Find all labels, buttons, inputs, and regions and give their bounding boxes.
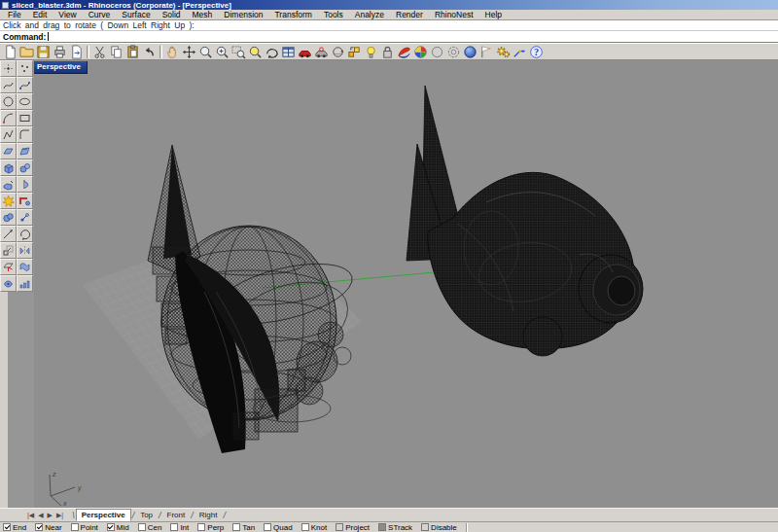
group-objects-button[interactable]: [17, 209, 33, 226]
ghosted-display-button[interactable]: [429, 44, 445, 59]
freeform-curve-button[interactable]: [0, 77, 17, 93]
zoom-dynamic-button[interactable]: [214, 44, 230, 59]
solid-box-button[interactable]: [0, 160, 17, 176]
point-cloud-button[interactable]: [17, 60, 33, 77]
viewport-layout-button[interactable]: [280, 44, 297, 59]
rotate-view-button[interactable]: [264, 44, 280, 59]
arc-tool-button[interactable]: [0, 110, 17, 126]
surface-from-curves-button[interactable]: [17, 143, 33, 160]
cplane-tool-button[interactable]: [0, 259, 17, 275]
osnap-cen[interactable]: Cen: [138, 523, 162, 532]
box-edit-button[interactable]: [346, 44, 363, 59]
new-file-button[interactable]: [2, 44, 18, 59]
menu-curve[interactable]: Curve: [83, 10, 117, 19]
explode-button[interactable]: [0, 193, 17, 209]
tab-right[interactable]: Right: [194, 509, 223, 521]
osnap-project[interactable]: Project: [336, 523, 370, 532]
menu-rhinonest[interactable]: RhinoNest: [429, 10, 479, 19]
osnap-point[interactable]: Point: [71, 523, 98, 532]
circle-tool-button[interactable]: [0, 93, 17, 110]
tab-top[interactable]: Top: [135, 509, 158, 521]
zoom-window-button[interactable]: [230, 44, 247, 59]
tab-next-button[interactable]: ▶: [48, 510, 53, 521]
tab-front[interactable]: Front: [162, 509, 191, 521]
osnap-perp[interactable]: Perp: [197, 523, 224, 532]
osnap-disable[interactable]: Disable: [421, 523, 457, 532]
zoom-extents-button[interactable]: [247, 44, 264, 59]
osnap-strack[interactable]: STrack: [378, 523, 412, 532]
menu-file[interactable]: File: [2, 10, 27, 19]
menu-dimension[interactable]: Dimension: [218, 10, 268, 19]
options-button[interactable]: [495, 44, 512, 59]
tab-prev-button[interactable]: ◀: [38, 510, 43, 521]
render-flag-button[interactable]: [478, 44, 495, 59]
corner-curve-button[interactable]: [17, 126, 33, 143]
osnap-end[interactable]: End: [3, 523, 26, 532]
orbit-view-button[interactable]: [330, 44, 346, 59]
wireframe-object-right[interactable]: [407, 86, 643, 356]
command-line[interactable]: Command:: [0, 31, 778, 43]
extrude-solid-button[interactable]: [0, 176, 17, 193]
fillet-pipe-button[interactable]: [17, 193, 33, 209]
xray-display-button[interactable]: [445, 44, 462, 59]
cut-button[interactable]: [91, 44, 108, 59]
help-button[interactable]: ?: [528, 44, 545, 59]
set-view-button[interactable]: [313, 44, 330, 59]
heightfield-button[interactable]: [17, 275, 33, 292]
pan-view-button[interactable]: [164, 44, 181, 59]
layer-lamp-button[interactable]: [363, 44, 379, 59]
menu-help[interactable]: Help: [479, 10, 508, 19]
menu-mesh[interactable]: Mesh: [187, 10, 219, 19]
osnap-knot[interactable]: Knot: [301, 523, 327, 532]
menu-edit[interactable]: Edit: [27, 10, 53, 19]
solid-spheres-button[interactable]: [17, 160, 33, 176]
menu-surface[interactable]: Surface: [116, 10, 156, 19]
move-tool-button[interactable]: [0, 226, 17, 242]
boolean-union-button[interactable]: [0, 209, 17, 226]
osnap-mid[interactable]: Mid: [107, 523, 129, 532]
save-file-button[interactable]: [35, 44, 52, 59]
osnap-near[interactable]: Near: [35, 523, 61, 532]
menu-tools[interactable]: Tools: [318, 10, 349, 19]
zoom-button[interactable]: [197, 44, 214, 59]
export-button[interactable]: [68, 44, 85, 59]
ellipse-tool-button[interactable]: [17, 93, 33, 110]
paste-button[interactable]: [124, 44, 141, 59]
tab-perspective[interactable]: Perspective: [76, 509, 131, 521]
move-view-button[interactable]: [181, 44, 197, 59]
rectangle-tool-button[interactable]: [17, 110, 33, 126]
menu-analyze[interactable]: Analyze: [349, 10, 390, 19]
rotate-tool-button[interactable]: [17, 226, 33, 242]
menu-transform[interactable]: Transform: [268, 10, 317, 19]
control-point-curve-button[interactable]: [17, 77, 33, 93]
scale-tool-button[interactable]: [0, 242, 17, 259]
lock-objects-button[interactable]: [379, 44, 396, 59]
single-point-button[interactable]: [0, 60, 17, 77]
shaded-viewport-button[interactable]: [396, 44, 412, 59]
osnap-int[interactable]: Int: [170, 523, 189, 532]
tab-first-button[interactable]: |◀: [27, 510, 34, 521]
osnap-tan[interactable]: Tan: [232, 523, 255, 532]
named-views-button[interactable]: [297, 44, 313, 59]
surface-revolve-button[interactable]: [17, 176, 33, 193]
drape-surface-button[interactable]: [17, 259, 33, 275]
tab-last-button[interactable]: ▶|: [56, 510, 63, 521]
print-button[interactable]: [52, 44, 68, 59]
hide-objects-button[interactable]: [0, 275, 17, 292]
viewport-canvas[interactable]: z y x: [34, 60, 778, 508]
open-file-button[interactable]: [18, 44, 35, 59]
surface-plane-button[interactable]: [0, 143, 17, 160]
viewport-title[interactable]: Perspective: [34, 61, 88, 74]
mirror-tool-button[interactable]: [17, 242, 33, 259]
rendered-display-button[interactable]: [462, 44, 478, 59]
copy-button[interactable]: [108, 44, 124, 59]
undo-button[interactable]: [141, 44, 158, 59]
smarttrack-button[interactable]: [512, 44, 528, 59]
osnap-quad[interactable]: Quad: [264, 523, 293, 532]
menu-render[interactable]: Render: [390, 10, 429, 19]
menu-view[interactable]: View: [53, 10, 82, 19]
perspective-viewport[interactable]: Perspective: [34, 60, 778, 508]
polyline-tool-button[interactable]: [0, 126, 17, 143]
menu-solid[interactable]: Solid: [157, 10, 187, 19]
render-color-wheel-button[interactable]: [412, 44, 429, 59]
